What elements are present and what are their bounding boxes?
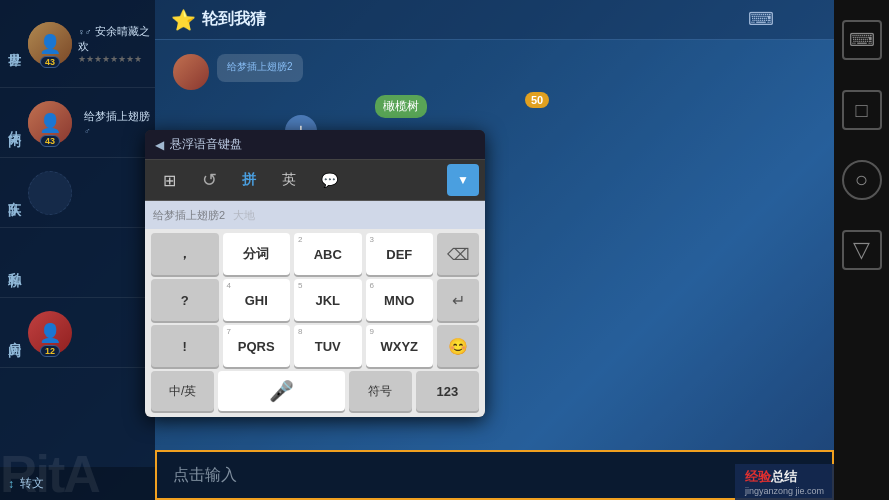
sidebar-user-stars-1: ★★★★★★★★ — [78, 54, 155, 64]
right-panel: ⌨ □ ○ ▽ — [834, 0, 889, 500]
logo-area: 经验总结 jingyanzong jie.com — [735, 464, 834, 500]
keyboard-row-3: ! 7 PQRS 8 TUV 9 WXYZ 😊 — [151, 325, 479, 367]
key-def[interactable]: 3 DEF — [366, 233, 434, 275]
guess-label: 轮到我猜 — [202, 9, 266, 30]
sidebar: 世界 👤 43 ♀♂ 安余晴藏之欢 ★★★★★★★★ — [0, 0, 155, 500]
keyboard-pinyin-btn[interactable]: 拼 — [231, 164, 267, 196]
sidebar-room-content: 👤 12 — [28, 305, 72, 361]
sidebar-cat-room-label: 房间 — [5, 331, 23, 335]
keyboard-hide-btn[interactable]: ▼ — [447, 164, 479, 196]
enter-icon: ↵ — [452, 291, 465, 310]
key-comma[interactable]: ， — [151, 233, 219, 275]
input-placeholder: 点击输入 — [173, 465, 237, 486]
square-icon: □ — [855, 99, 867, 122]
key-mic[interactable]: 🎤 — [218, 371, 344, 411]
sidebar-cat-rest-label: 休闲 — [5, 121, 23, 125]
main-header: ⭐ 轮到我猜 — [155, 0, 834, 40]
keyboard-ying-btn[interactable]: 英 — [271, 164, 307, 196]
sidebar-team-content — [28, 165, 72, 221]
sidebar-cat-world-label: 世界 — [5, 42, 23, 46]
chat-bubble-1: 给梦插上翅膀2 — [217, 54, 303, 82]
rita-watermark: RitA — [0, 448, 99, 500]
sidebar-item-private[interactable]: 私聊 — [0, 228, 155, 298]
sidebar-item-world[interactable]: 世界 👤 43 ♀♂ 安余晴藏之欢 ★★★★★★★★ — [0, 0, 155, 88]
sidebar-user-name-2: 给梦插上翅膀 ♂ — [84, 109, 155, 136]
keyboard-toolbar: ⊞ ↺ 拼 英 💬 ▼ — [145, 160, 485, 201]
olive-tree-balloon: 橄榄树 — [375, 95, 427, 118]
gender-icon-1: ♀♂ — [78, 27, 92, 37]
circle-icon: ○ — [855, 167, 868, 193]
sidebar-avatar-2: 👤 43 — [28, 101, 72, 145]
triangle-icon: ▽ — [853, 237, 870, 263]
sidebar-item-rest[interactable]: 休闲 👤 43 给梦插上翅膀 ♂ — [0, 88, 155, 158]
keyboard-chat-btn[interactable]: 💬 — [311, 164, 347, 196]
key-wxyz[interactable]: 9 WXYZ — [366, 325, 434, 367]
key-pqrs[interactable]: 7 PQRS — [223, 325, 291, 367]
logo-sub: jingyanzong jie.com — [745, 486, 824, 496]
right-keyboard-btn[interactable]: ⌨ — [842, 20, 882, 60]
keyboard-back-icon[interactable]: ◀ — [155, 138, 164, 152]
chat-item-1: 给梦插上翅膀2 — [163, 48, 826, 96]
keyboard-row-1: ， 分词 2 ABC 3 DEF ⌫ — [151, 233, 479, 275]
sidebar-cat-private-label: 私聊 — [5, 261, 23, 265]
chat-messages: 给梦插上翅膀2 — [155, 40, 834, 104]
sidebar-team-avatar-empty — [28, 171, 72, 215]
sidebar-avatar-3: 👤 12 — [28, 311, 72, 355]
key-exclaim[interactable]: ! — [151, 325, 219, 367]
keyboard-preview-row: 给梦插上翅膀2 大地 — [145, 201, 485, 229]
input-bar[interactable]: 点击输入 — [155, 450, 834, 500]
sidebar-user-row-3: 👤 12 — [28, 311, 72, 355]
keyboard-recent-btn[interactable]: ↺ — [191, 164, 227, 196]
sidebar-level-3: 12 — [40, 345, 60, 357]
keyboard-overlay: ◀ 悬浮语音键盘 ⊞ ↺ 拼 英 💬 ▼ 给梦插上翅膀2 大地 ， — [145, 130, 485, 417]
sidebar-user-name-1: ♀♂ 安余晴藏之欢 — [78, 24, 155, 54]
sidebar-user-row-1: 👤 43 ♀♂ 安余晴藏之欢 ★★★★★★★★ — [28, 22, 155, 66]
gender-icon-2: ♂ — [84, 126, 91, 136]
mic-icon: 🎤 — [269, 379, 294, 403]
key-jkl[interactable]: 5 JKL — [294, 279, 362, 321]
logo-main: 经验总结 — [745, 468, 824, 486]
sidebar-avatar-1: 👤 43 — [28, 22, 72, 66]
keyboard-grid-btn[interactable]: ⊞ — [151, 164, 187, 196]
key-emoji[interactable]: 😊 — [437, 325, 479, 367]
sidebar-level-2: 43 — [40, 135, 60, 147]
right-circle-btn[interactable]: ○ — [842, 160, 882, 200]
key-symbol[interactable]: 符号 — [349, 371, 412, 411]
sidebar-world-avatars: 👤 43 ♀♂ 安余晴藏之欢 ★★★★★★★★ — [28, 16, 155, 72]
key-tuv[interactable]: 8 TUV — [294, 325, 362, 367]
sidebar-user-row-2: 👤 43 给梦插上翅膀 ♂ — [28, 101, 155, 145]
keyboard-title: 悬浮语音键盘 — [170, 136, 242, 153]
score-badge: 50 — [525, 92, 549, 108]
keyboard-toggle-icon[interactable]: ⌨ — [748, 8, 774, 30]
key-switch-cn-en[interactable]: 中/英 — [151, 371, 214, 411]
key-backspace[interactable]: ⌫ — [437, 233, 479, 275]
sidebar-item-room[interactable]: 房间 👤 12 — [0, 298, 155, 368]
right-triangle-btn[interactable]: ▽ — [842, 230, 882, 270]
keyboard-row-2: ? 4 GHI 5 JKL 6 MNO ↵ — [151, 279, 479, 321]
sidebar-level-1: 43 — [40, 56, 60, 68]
backspace-icon: ⌫ — [447, 245, 470, 264]
key-enter[interactable]: ↵ — [437, 279, 479, 321]
keyboard-preview-text: 给梦插上翅膀2 — [153, 208, 225, 223]
keyboard-title-bar: ◀ 悬浮语音键盘 — [145, 130, 485, 160]
keyboard-key-rows: ， 分词 2 ABC 3 DEF ⌫ ? 4 GHI — [145, 229, 485, 417]
sidebar-cat-team-label: 车队 — [5, 191, 23, 195]
key-ghi[interactable]: 4 GHI — [223, 279, 291, 321]
header-icon: ⭐ — [171, 8, 196, 32]
sidebar-user-info-1: ♀♂ 安余晴藏之欢 ★★★★★★★★ — [78, 24, 155, 64]
key-question[interactable]: ? — [151, 279, 219, 321]
emoji-icon: 😊 — [448, 337, 468, 356]
chat-name-1: 给梦插上翅膀2 — [227, 60, 293, 74]
sidebar-item-team[interactable]: 车队 — [0, 158, 155, 228]
key-123[interactable]: 123 — [416, 371, 479, 411]
keyboard-bottom-row: 中/英 🎤 符号 123 — [151, 371, 479, 411]
keyboard-preview-text-2: 大地 — [233, 208, 255, 223]
sidebar-user-info-2: 给梦插上翅膀 ♂ — [84, 109, 155, 136]
right-square-btn[interactable]: □ — [842, 90, 882, 130]
chat-avatar-1 — [173, 54, 209, 90]
key-mno[interactable]: 6 MNO — [366, 279, 434, 321]
key-fenci[interactable]: 分词 — [223, 233, 291, 275]
sidebar-rest-content: 👤 43 给梦插上翅膀 ♂ — [28, 95, 155, 151]
key-abc[interactable]: 2 ABC — [294, 233, 362, 275]
